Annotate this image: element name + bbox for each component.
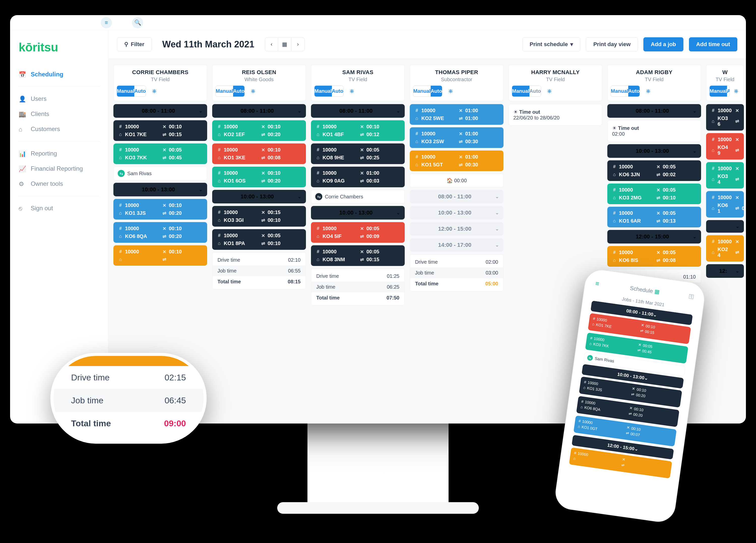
map-route-icon[interactable]: ⛯ — [445, 85, 457, 97]
time-slot-header[interactable]: 08:00 - 11:00⌄ — [113, 104, 207, 118]
time-slot-header[interactable]: 10:00 - 13:00⌄ — [212, 190, 306, 203]
add-job-button[interactable]: Add a job — [643, 37, 683, 51]
job-card[interactable]: #10000 ✕00:10 ⌂KO1 3KE ⇌00:08 — [212, 143, 306, 164]
hamburger-icon[interactable]: ≡ — [595, 279, 600, 288]
job-card[interactable]: #10000 ✕00:10 ⌂KO1 4BF ⇌00:12 — [311, 120, 405, 141]
empty-slot[interactable]: 12:00 - 15:00⌄ — [410, 222, 503, 236]
map-route-icon[interactable]: ⛯ — [544, 85, 556, 97]
empty-slot[interactable]: 08:00 - 11:00⌄ — [410, 190, 503, 203]
empty-slot[interactable]: 10:00 - 13:00⌄ — [410, 206, 503, 219]
job-card[interactable]: #10000 ✕01:00 ⌂KO2 5WE ⇌01:00 — [410, 104, 503, 125]
auto-toggle[interactable]: Auto — [431, 86, 442, 96]
route-icon: ⇌ — [261, 155, 266, 160]
hash-icon: # — [581, 399, 584, 404]
hash-icon: # — [414, 154, 419, 159]
hash-icon: # — [578, 419, 581, 423]
filter-button[interactable]: ⚲Filter — [117, 37, 152, 51]
add-timeout-button[interactable]: Add time out — [689, 37, 737, 51]
nav-users[interactable]: 👤Users — [19, 91, 100, 106]
job-card[interactable]: #10000 ✕01:00 ⌂KO3 2SW ⇌00:30 — [410, 127, 503, 148]
linked-engineer[interactable]: ⇆Sam Rivas — [113, 167, 207, 180]
manual-toggle[interactable]: Manual — [512, 86, 529, 96]
job-card[interactable]: #10000 ✕00:05 ⌂KO1 8PA ⇌00:10 — [212, 229, 306, 250]
time-slot-header[interactable]: ⌄ — [706, 220, 744, 233]
manual-toggle[interactable]: Manual — [117, 86, 134, 96]
job-card[interactable]: #10000 ✕ ⌂KO4 9 ⇌ — [706, 133, 744, 159]
timeout-card[interactable]: ☀ Time out02:00 — [607, 120, 701, 142]
empty-slot[interactable]: 14:00 - 17:00⌄ — [410, 238, 503, 252]
job-card[interactable]: #10000 ✕00:05 ⌂KO8 3NM ⇌00:15 — [311, 245, 405, 266]
nav-scheduling[interactable]: 📅Scheduling — [19, 67, 100, 82]
time-slot-header[interactable]: 12:⌄ — [706, 264, 744, 278]
map-route-icon[interactable]: ⛯ — [247, 85, 259, 97]
next-day-button[interactable]: › — [291, 38, 304, 51]
time-slot-header[interactable]: 12:00 - 15:00⌄ — [607, 230, 701, 243]
print-day-button[interactable]: Print day view — [586, 37, 638, 51]
auto-toggle[interactable]: Auto — [727, 86, 730, 96]
time-slot-header[interactable]: 10:00 - 13:00⌄ — [607, 144, 701, 158]
time-slot-header[interactable]: 08:00 - 11:00⌄ — [212, 104, 306, 118]
auto-toggle[interactable]: Auto — [529, 86, 541, 96]
hash-icon: # — [316, 170, 321, 176]
nav-reporting[interactable]: 📊Reporting — [19, 146, 100, 161]
search-icon[interactable]: 🔍 — [132, 17, 143, 28]
job-card[interactable]: #10000 ✕00:05 ⌂KO6 3JN ⇌00:02 — [607, 160, 701, 181]
prev-day-button[interactable]: ‹ — [265, 38, 278, 51]
auto-toggle[interactable]: Auto — [233, 86, 245, 96]
time-slot-header[interactable]: 08:00 - 11:00⌄ — [311, 104, 405, 118]
map-route-icon[interactable]: ⛯ — [732, 85, 741, 97]
wrench-icon: ✕ — [162, 226, 167, 231]
job-card[interactable]: #10000 ✕00:05 ⌂KO3 7KK ⇌00:45 — [113, 143, 207, 164]
job-card[interactable]: #10000 ✕00:10 ⌂KO1 6OS ⇌00:20 — [212, 167, 306, 187]
map-route-icon[interactable]: ⛯ — [148, 85, 161, 97]
auto-toggle[interactable]: Auto — [332, 86, 343, 96]
manual-toggle[interactable]: Manual — [413, 86, 431, 96]
engineer-column: ADAM RIGBY TV Field Manual Auto ⛯ 08:00 … — [607, 65, 701, 306]
route-icon: ⇌ — [735, 249, 740, 255]
key-icon[interactable]: ⚿ — [688, 293, 695, 301]
time-slot-header[interactable]: 10:00 - 13:00⌄ — [311, 206, 405, 219]
home-icon: ⌂ — [583, 385, 586, 390]
job-card[interactable]: #10000 ✕01:00 ⌂KO1 5GT ⇌00:30 — [410, 150, 503, 171]
route-icon: ⇌ — [162, 256, 167, 262]
time-slot-header[interactable]: 10:00 - 13:00⌄ — [113, 183, 207, 196]
menu-toggle-icon[interactable]: ≡ — [101, 17, 112, 28]
job-card[interactable]: #10000 ✕00:15 ⌂KO3 3GI ⇌00:10 — [212, 206, 306, 226]
job-card[interactable]: #10000 ✕ ⌂KO3 6 ⇌ — [706, 104, 744, 131]
home-icon: ⌂ — [414, 139, 419, 144]
job-card[interactable]: #10000 ✕00:10 ⌂KO6 8QA ⇌00:20 — [113, 222, 207, 243]
manual-toggle[interactable]: Manual — [314, 86, 332, 96]
nav-clients[interactable]: 🏬Clients — [19, 106, 100, 121]
auto-toggle[interactable]: Auto — [628, 86, 640, 96]
job-card[interactable]: #10000 ✕00:05 ⌂KO6 8IS ⇌00:08 — [607, 246, 701, 267]
wrench-icon: ✕ — [641, 323, 644, 328]
job-card[interactable]: #10000 ✕00:10 ⌂KO1 3JS ⇌00:20 — [113, 199, 207, 219]
nav-owner-tools[interactable]: ⚙Owner tools — [19, 176, 100, 191]
job-card[interactable]: #10000 ✕00:05 ⌂KO4 5IF ⇌00:09 — [311, 222, 405, 243]
calendar-picker-button[interactable]: ▦ — [278, 38, 291, 51]
job-card[interactable]: #10000 ✕01:00 ⌂KO9 0AG ⇌00:03 — [311, 167, 405, 187]
nav-customers[interactable]: ⌂Customers — [19, 121, 100, 137]
map-route-icon[interactable]: ⛯ — [642, 85, 654, 97]
manual-toggle[interactable]: Manual — [611, 86, 628, 96]
job-card[interactable]: #10000 ✕ ⌂KO3 4 ⇌ — [706, 162, 744, 188]
nav-financial[interactable]: 📈Financial Reporting — [19, 161, 100, 176]
job-card[interactable]: #10000 ✕ ⌂KO6 1 ⇌00:10 — [706, 191, 744, 217]
linked-engineer[interactable]: ⇆Corrie Chambers — [311, 190, 405, 203]
job-card[interactable]: #10000 ✕00:10 ⌂KO1 7KE ⇌00:15 — [113, 120, 207, 141]
job-card[interactable]: #10000 ✕00:05 ⌂KO1 6AR ⇌00:13 — [607, 207, 701, 227]
job-card[interactable]: #10000 ✕00:05 ⌂KO8 9HE ⇌00:25 — [311, 143, 405, 164]
route-icon: ⇌ — [637, 348, 641, 353]
job-card[interactable]: #10000 ✕00:05 ⌂KO3 2MG ⇌00:10 — [607, 183, 701, 204]
time-slot-header[interactable]: 08:00 - 11:00⌄ — [607, 104, 701, 118]
job-card[interactable]: #10000 ✕00:10 ⌂ ⇌ — [113, 245, 207, 266]
map-route-icon[interactable]: ⛯ — [346, 85, 358, 97]
auto-toggle[interactable]: Auto — [134, 86, 146, 96]
timeout-card[interactable]: ☀ Time out22/06/20 to 28/06/20 — [509, 104, 602, 125]
manual-toggle[interactable]: Manual — [710, 86, 727, 96]
job-card[interactable]: #10000 ✕00:10 ⌂KO2 1EF ⇌00:20 — [212, 120, 306, 141]
nav-signout[interactable]: ⎋Sign out — [19, 201, 100, 216]
job-card[interactable]: #10000 ✕ ⌂KO2 4 ⇌ — [706, 235, 744, 262]
manual-toggle[interactable]: Manual — [216, 86, 233, 96]
print-schedule-button[interactable]: Print schedule ▾ — [522, 37, 581, 51]
